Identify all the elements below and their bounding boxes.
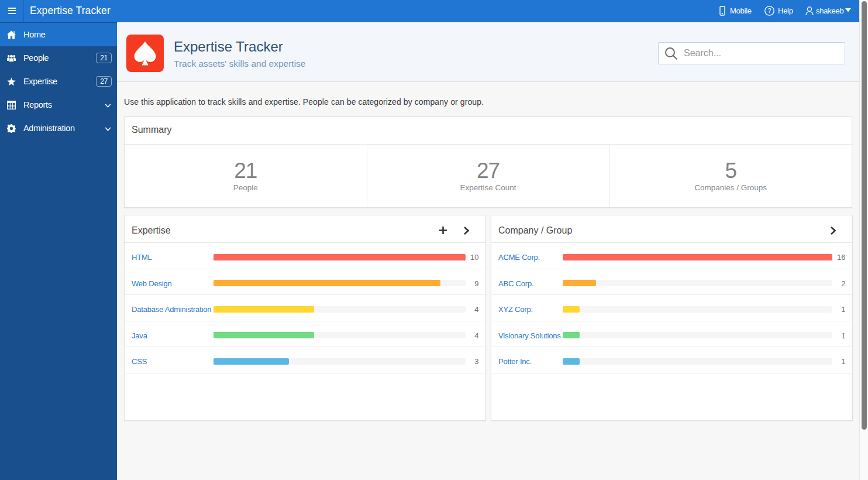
svg-text:?: ? <box>768 8 771 14</box>
